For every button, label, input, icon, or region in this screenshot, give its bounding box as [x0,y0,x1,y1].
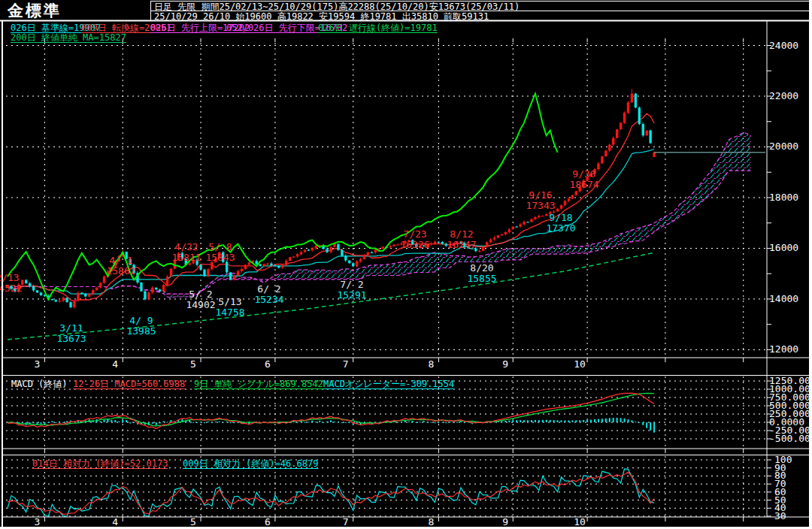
candle-body [274,265,276,266]
candle-body [344,256,347,261]
macd-histogram-bar [349,422,350,423]
macd-histogram-bar [200,422,201,422]
macd-histogram-bar [408,422,410,422]
candle-body [315,246,317,248]
macd-histogram-bar [512,420,514,422]
macd-histogram-bar [624,419,626,422]
candle-body [337,244,339,250]
macd-histogram-bar [627,419,629,422]
macd-histogram-bar [650,422,651,431]
axis-or-annotation-label: 9/18 [549,212,572,223]
gold-futures-chart-app: 2/13145223/11136734/ 1158624/ 9139854/22… [0,0,812,529]
y-axis-labels: 240002200020000180001600014000120001250.… [769,40,812,521]
macd-histogram-bar [464,422,465,423]
candle-body [645,131,647,136]
macd-histogram-bar [100,421,102,422]
macd-histogram-bar [163,421,165,422]
right-border [809,0,812,529]
axis-or-annotation-label: 15843 [205,252,235,263]
axis-or-annotation-label: 5/ 8 [208,241,232,252]
candle-body [88,294,90,296]
macd-histogram-bar [564,420,565,422]
macd-histogram-bar [553,420,555,422]
candle-body [84,294,86,296]
macd-histogram-bar [550,420,551,422]
candle-body [25,280,27,283]
candle-body [534,217,536,219]
macd-histogram-bar [104,420,105,422]
macd-histogram-bar [338,422,339,422]
axis-or-annotation-label: 18674 [569,179,598,190]
candle-body [538,216,540,217]
axis-or-annotation-label: 6 [265,358,271,370]
chart-canvas[interactable]: 2/13145223/11136734/ 1158624/ 9139854/22… [0,0,812,529]
macd-histogram-bar [51,421,53,422]
macd-histogram-bar [33,422,35,423]
candle-body [348,261,350,264]
macd-histogram-bar [300,422,301,422]
candle-body [62,298,64,301]
candle-body [155,288,157,290]
macd-histogram-bar [152,422,153,424]
candle-body [241,269,243,271]
macd-legend-signal: 9日 単純 シグナル=869.8542 [194,379,323,388]
axis-or-annotation-label: 8/12 [450,228,473,240]
candle-body [635,94,637,108]
ma200-line [8,252,654,340]
candle-body [32,286,35,290]
macd-histogram-bar [167,422,168,422]
axis-or-annotation-label: 8/20 [470,262,493,274]
macd-legend-title: MACD (終値) [11,379,68,388]
candle-body [147,292,150,299]
macd-histogram-bar [568,421,569,422]
macd-legend-oscillator: MACDオシレーター=-309.1554 [323,379,454,388]
candle-body [77,293,79,301]
candle-body [568,199,570,201]
axis-or-annotation-label: 22000 [769,90,798,101]
candle-body [69,302,71,307]
candle-body [80,293,83,295]
candle-body [300,252,302,255]
macd-histogram-bar [613,418,614,422]
candle-body [356,261,358,267]
candle-body [281,265,283,268]
macd-histogram-bar [586,420,588,422]
macd-histogram-bar [605,419,607,422]
candle-body [438,242,440,243]
candle-body [545,214,547,216]
macd-histogram-bar [601,419,603,422]
candle-body [151,288,153,292]
macd-histogram-bar [311,421,313,422]
candle-body [326,249,328,252]
macd-histogram-bar [579,420,580,422]
candle-body [144,292,146,300]
candle-body [292,256,295,257]
axis-or-annotation-label: 16247 [447,239,476,250]
candle-body [478,251,480,252]
candle-body [363,255,365,259]
macd-histogram-bar [237,422,238,423]
macd-histogram-bar [129,422,131,423]
candle-body [627,102,629,113]
macd-pane [7,393,655,432]
candle-body [382,246,384,248]
axis-or-annotation-label: 5/ 2 [189,289,212,300]
macd-histogram-bar [546,420,547,422]
axis-or-annotation-label: 15855 [467,273,496,284]
candle-body [140,283,142,292]
macd-histogram-bar [598,419,599,422]
candle-body [541,216,544,216]
macd-histogram-bar [631,420,632,422]
axis-or-annotation-label: 9 [502,358,508,370]
macd-histogram-bar [538,420,540,422]
macd-histogram-bar [594,419,595,422]
candle-body [73,301,75,307]
candle-body [359,259,362,261]
candle-body [159,289,161,292]
macd-histogram-bar [531,420,532,422]
macd-legend-macd: 12-26日 MACD=560.6988 [73,379,185,388]
macd-histogram-bar [156,422,157,425]
candle-body [289,257,291,261]
candle-body [92,290,94,294]
candle-body [285,261,287,265]
